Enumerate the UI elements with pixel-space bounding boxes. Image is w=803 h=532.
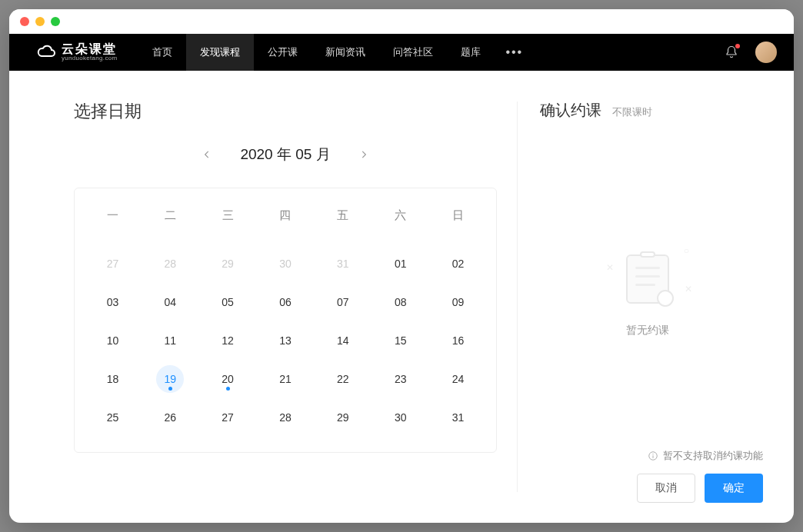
calendar-day[interactable]: 05 bbox=[214, 288, 242, 316]
calendar-day[interactable]: 04 bbox=[156, 288, 184, 316]
calendar-row: 25262728293031 bbox=[84, 398, 487, 437]
notification-dot-icon bbox=[735, 44, 740, 48]
chevron-right-icon bbox=[358, 149, 369, 160]
calendar-day: 27 bbox=[98, 250, 126, 278]
calendar-day[interactable]: 10 bbox=[98, 327, 126, 354]
calendar-weekday-header: 一二三四五六日 bbox=[84, 201, 487, 237]
calendar-day[interactable]: 15 bbox=[387, 327, 415, 354]
avatar[interactable] bbox=[755, 42, 777, 63]
calendar-day[interactable]: 24 bbox=[445, 365, 472, 393]
calendar-day[interactable]: 16 bbox=[445, 327, 472, 354]
calendar-day[interactable]: 26 bbox=[156, 404, 184, 431]
calendar-day: 31 bbox=[329, 250, 357, 278]
nav-item[interactable]: 公开课 bbox=[254, 34, 312, 71]
calendar-day[interactable]: 23 bbox=[387, 365, 415, 393]
calendar-day: 28 bbox=[156, 250, 184, 278]
window-maximize-icon[interactable] bbox=[51, 17, 60, 26]
nav-item[interactable]: 新闻资讯 bbox=[312, 34, 379, 71]
content: 选择日期 2020 年 05 月 一二三四五六日 272829303101020… bbox=[9, 71, 794, 523]
event-dot-icon bbox=[226, 387, 230, 391]
nav-item[interactable]: 问答社区 bbox=[379, 34, 447, 71]
navbar: 云朵课堂 yunduoketang.com 首页发现课程公开课新闻资讯问答社区题… bbox=[9, 34, 794, 71]
logo[interactable]: 云朵课堂 yunduoketang.com bbox=[37, 43, 117, 62]
event-dot-icon bbox=[168, 387, 172, 391]
calendar-row: 10111213141516 bbox=[84, 321, 487, 360]
calendar-day[interactable]: 01 bbox=[387, 250, 415, 278]
calendar-day[interactable]: 11 bbox=[156, 327, 184, 354]
calendar-day: 29 bbox=[214, 250, 242, 278]
notice-text: 暂不支持取消约课功能 bbox=[663, 449, 763, 463]
calendar-row: 03040506070809 bbox=[84, 283, 487, 321]
calendar-day[interactable]: 02 bbox=[445, 250, 472, 278]
titlebar bbox=[9, 9, 794, 34]
info-icon bbox=[648, 451, 658, 461]
calendar-day[interactable]: 18 bbox=[98, 365, 126, 393]
calendar-day[interactable]: 31 bbox=[445, 404, 472, 431]
nav-item[interactable]: 发现课程 bbox=[186, 34, 254, 71]
date-picker-panel: 选择日期 2020 年 05 月 一二三四五六日 272829303101020… bbox=[9, 71, 532, 523]
weekday-label: 日 bbox=[429, 201, 487, 237]
calendar-day: 30 bbox=[272, 250, 299, 278]
calendar-row: 27282930310102 bbox=[84, 244, 487, 283]
calendar-day[interactable]: 28 bbox=[272, 404, 299, 431]
weekday-label: 三 bbox=[199, 201, 257, 237]
month-label: 2020 年 05 月 bbox=[240, 145, 330, 165]
weekday-label: 六 bbox=[372, 201, 429, 237]
empty-state: ✕ ○ ✕ 暂无约课 bbox=[532, 136, 763, 449]
calendar-day[interactable]: 29 bbox=[329, 404, 357, 431]
booking-subtitle: 不限课时 bbox=[612, 105, 652, 119]
window-minimize-icon[interactable] bbox=[35, 17, 45, 26]
weekday-label: 五 bbox=[314, 201, 372, 237]
empty-clipboard-icon: ✕ ○ ✕ bbox=[617, 248, 678, 310]
calendar-day[interactable]: 25 bbox=[98, 404, 126, 431]
cancel-button[interactable]: 取消 bbox=[637, 474, 695, 503]
booking-title: 确认约课 bbox=[540, 100, 601, 121]
calendar-day[interactable]: 30 bbox=[387, 404, 415, 431]
window-close-icon[interactable] bbox=[20, 17, 29, 26]
booking-panel: 确认约课 不限课时 ✕ ○ ✕ 暂无约课 bbox=[532, 71, 794, 523]
logo-subtext: yunduoketang.com bbox=[62, 55, 117, 62]
calendar-day[interactable]: 06 bbox=[272, 288, 299, 316]
calendar-day[interactable]: 22 bbox=[329, 365, 357, 393]
nav-item[interactable]: 题库 bbox=[447, 34, 495, 71]
calendar: 一二三四五六日 27282930310102030405060708091011… bbox=[74, 188, 497, 453]
calendar-day[interactable]: 09 bbox=[445, 288, 472, 316]
weekday-label: 二 bbox=[142, 201, 199, 237]
calendar-day[interactable]: 27 bbox=[214, 404, 242, 431]
calendar-day[interactable]: 13 bbox=[272, 327, 299, 354]
calendar-day[interactable]: 12 bbox=[214, 327, 242, 354]
calendar-day[interactable]: 03 bbox=[98, 288, 126, 316]
month-navigator: 2020 年 05 月 bbox=[74, 145, 497, 165]
prev-month-button[interactable] bbox=[197, 145, 217, 165]
cloud-icon bbox=[37, 44, 57, 61]
nav-more-icon[interactable]: ••• bbox=[495, 45, 534, 59]
logo-text: 云朵课堂 bbox=[62, 43, 117, 55]
calendar-day[interactable]: 19 bbox=[156, 365, 184, 393]
calendar-day[interactable]: 21 bbox=[272, 365, 299, 393]
nav-items: 首页发现课程公开课新闻资讯问答社区题库 bbox=[138, 34, 495, 71]
date-picker-title: 选择日期 bbox=[74, 100, 497, 123]
next-month-button[interactable] bbox=[354, 145, 374, 165]
calendar-day[interactable]: 14 bbox=[329, 327, 357, 354]
calendar-day[interactable]: 07 bbox=[329, 288, 357, 316]
notification-bell[interactable] bbox=[725, 45, 738, 59]
calendar-body: 2728293031010203040506070809101112131415… bbox=[84, 244, 487, 437]
nav-item[interactable]: 首页 bbox=[138, 34, 186, 71]
calendar-day[interactable]: 20 bbox=[214, 365, 242, 393]
calendar-day[interactable]: 08 bbox=[387, 288, 415, 316]
notice: 暂不支持取消约课功能 bbox=[648, 449, 763, 463]
weekday-label: 四 bbox=[257, 201, 315, 237]
empty-state-text: 暂无约课 bbox=[626, 324, 669, 337]
confirm-button[interactable]: 确定 bbox=[705, 474, 763, 503]
chevron-left-icon bbox=[202, 149, 212, 160]
calendar-row: 18192021222324 bbox=[84, 360, 487, 398]
app-window: 云朵课堂 yunduoketang.com 首页发现课程公开课新闻资讯问答社区题… bbox=[9, 9, 794, 523]
weekday-label: 一 bbox=[84, 201, 142, 237]
